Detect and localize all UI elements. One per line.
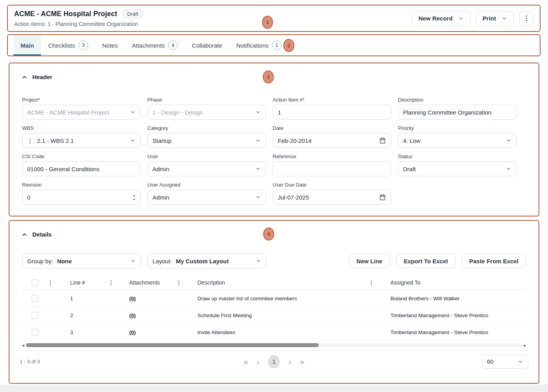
phase-select[interactable]: 1 - Design - Design (147, 105, 266, 120)
column-menu-icon[interactable]: ⋮ (369, 279, 375, 285)
scrollbar-track[interactable] (26, 343, 522, 347)
table-row[interactable]: 1 (0) Draw up master list of commitee me… (22, 290, 526, 307)
field-phase: Phase 1 - Design - Design (147, 97, 266, 120)
annotation-marker-1: 1 (262, 16, 273, 29)
attachments-link[interactable]: (0) (129, 312, 136, 318)
attachments-link[interactable]: (0) (129, 329, 136, 335)
priority-select[interactable]: 4. Low (398, 133, 516, 148)
wbs-select[interactable]: ⋮ 2.1 - WBS 2.1 (22, 133, 141, 148)
collapse-section-icon[interactable] (21, 231, 28, 238)
section-title: Header (32, 74, 52, 80)
row-checkbox[interactable] (32, 295, 39, 302)
annotation-marker-3: 3 (263, 70, 274, 83)
prev-page-icon[interactable]: ‹ (257, 358, 260, 366)
tab-label: Checklists (48, 42, 75, 49)
new-line-button[interactable]: New Line (349, 254, 390, 268)
cell-assigned-to: Timberland Management - Steve Prentiss (380, 329, 526, 335)
field-label: Status (398, 153, 516, 159)
field-value: 2.1 - WBS 2.1 (37, 137, 74, 144)
user-due-date-input[interactable]: Jul-07-2025 (273, 190, 391, 205)
field-user-assigned: User Assigned Admin (147, 182, 266, 205)
date-input[interactable]: Feb-20-2014 (273, 133, 391, 148)
field-label: User Assigned (147, 182, 266, 188)
table-row[interactable]: 3 (0) Invite Attendees Timberland Manage… (22, 324, 526, 341)
page-size-select[interactable]: 60 (482, 355, 528, 369)
layout-select[interactable]: Layout: My Custom Layout (147, 253, 266, 268)
project-select[interactable]: ACME - ACME Hospital Project (22, 105, 141, 120)
field-label: User Due Date (273, 182, 391, 188)
action-item-number-input[interactable]: 1 (273, 105, 391, 120)
print-label: Print (483, 15, 496, 22)
annotation-marker-2: 2 (283, 39, 294, 52)
description-input[interactable]: Planning Committee Organization (398, 105, 516, 120)
column-menu-icon[interactable]: ⋮ (176, 279, 182, 285)
reference-input[interactable] (273, 161, 391, 176)
field-label: Date (273, 125, 391, 131)
chevron-down-icon (255, 109, 261, 115)
details-table: ⋮ Line # ⋮ Attachments ⋮ Description ⋮ A… (22, 275, 526, 341)
tab-label: Attachments (132, 42, 165, 49)
revision-stepper[interactable]: 0 ▲ ▼ (22, 190, 141, 205)
field-priority: Priority 4. Low (398, 125, 516, 148)
status-badge: Draft (122, 9, 143, 18)
section-title: Details (32, 231, 52, 238)
scroll-right-icon[interactable]: ▸ (524, 343, 526, 348)
spin-down-icon[interactable]: ▼ (133, 198, 136, 201)
field-value: 01000 - General Conditions (27, 166, 99, 172)
category-select[interactable]: Startup (147, 133, 266, 148)
more-options-button[interactable]: ⋮ (519, 11, 533, 26)
table-row[interactable]: 2 (0) Schedule First Meeting Timberland … (22, 307, 526, 324)
horizontal-scrollbar[interactable]: ◂ ▸ (22, 343, 526, 348)
field-value: ACME - ACME Hospital Project (27, 109, 109, 116)
current-page-button[interactable]: 1 (268, 355, 280, 368)
column-menu-icon[interactable]: ⋮ (108, 279, 114, 285)
scrollbar-thumb[interactable] (26, 343, 319, 347)
column-header-assigned-to[interactable]: Assigned To (380, 279, 526, 286)
tab-notes[interactable]: Notes (95, 35, 125, 55)
field-label: Priority (398, 125, 516, 131)
field-category: Category Startup (147, 125, 266, 148)
field-project: Project* ACME - ACME Hospital Project (22, 97, 141, 120)
kebab-icon[interactable]: ⋮ (27, 138, 33, 144)
column-header-description[interactable]: Description (188, 279, 363, 286)
new-record-label: New Record (418, 15, 453, 22)
cell-assigned-to: Boland Brothers - Will Walker (380, 296, 526, 301)
scroll-left-icon[interactable]: ◂ (22, 343, 24, 348)
tab-attachments[interactable]: Attachments 4 (125, 35, 185, 55)
field-csi-code: CSI Code 01000 - General Conditions (22, 153, 141, 176)
tab-collaborate[interactable]: Collaborate (185, 35, 229, 55)
new-record-button[interactable]: New Record (412, 11, 470, 26)
collapse-section-icon[interactable] (21, 74, 28, 80)
chevron-down-icon (130, 258, 136, 264)
tab-notifications[interactable]: Notifications 1 (229, 35, 289, 55)
row-checkbox[interactable] (32, 329, 39, 336)
column-header-attachments[interactable]: Attachments (120, 279, 170, 286)
row-checkbox[interactable] (32, 312, 39, 319)
calendar-icon[interactable] (379, 137, 386, 144)
last-page-icon[interactable]: » (300, 358, 304, 366)
select-all-checkbox[interactable] (32, 279, 39, 286)
group-by-value: None (57, 258, 72, 264)
user-assigned-select[interactable]: Admin (147, 190, 266, 205)
layout-label: Layout: (152, 258, 172, 264)
next-page-icon[interactable]: › (289, 358, 292, 366)
user-select[interactable]: Admin (147, 161, 266, 176)
calendar-icon[interactable] (379, 194, 386, 201)
csi-code-input[interactable]: 01000 - General Conditions (22, 161, 141, 176)
tab-checklists[interactable]: Checklists 3 (41, 35, 95, 55)
column-header-line[interactable]: Line # (59, 279, 102, 286)
field-user: User Admin (147, 153, 266, 176)
tab-main[interactable]: Main (13, 35, 41, 55)
group-by-select[interactable]: Group by: None (22, 253, 141, 268)
chevron-down-icon (255, 138, 261, 143)
spin-up-icon[interactable]: ▲ (133, 194, 136, 197)
export-to-excel-button[interactable]: Export To Excel (396, 254, 455, 268)
attachments-link[interactable]: (0) (129, 296, 136, 301)
first-page-icon[interactable]: « (244, 358, 248, 366)
status-select[interactable]: Draft (398, 161, 516, 176)
print-button[interactable]: Print (476, 11, 514, 26)
button-label: Export To Excel (404, 258, 448, 264)
paste-from-excel-button[interactable]: Paste From Excel (462, 254, 526, 268)
field-label: Description (398, 97, 516, 103)
column-menu-icon[interactable]: ⋮ (48, 279, 54, 285)
